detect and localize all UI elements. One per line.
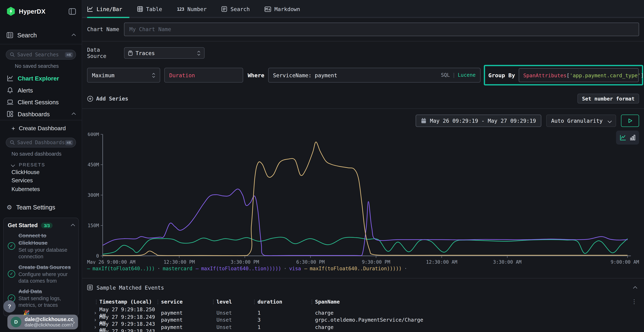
- data-source-select[interactable]: Traces: [124, 47, 204, 59]
- get-started-list: ✓ Connect to ClickHouse Set up your data…: [8, 232, 74, 308]
- column-header[interactable]: service: [161, 298, 216, 304]
- table-options-icon[interactable]: ⋮: [629, 298, 639, 305]
- preset-item[interactable]: Kubernetes: [0, 185, 82, 193]
- get-started-item[interactable]: ✓ Create Data Sources Configure where yo…: [8, 263, 74, 284]
- tab-search[interactable]: Search: [222, 6, 250, 12]
- tab-markdown[interactable]: Markdown: [264, 6, 300, 12]
- field-input[interactable]: Duration: [164, 68, 243, 83]
- get-started-panel: Get Started 3/3 ✓ Connect to ClickHouse …: [3, 218, 79, 316]
- run-query-button[interactable]: [621, 115, 639, 127]
- group-by-input[interactable]: SpanAttributes['app.payment.card_type']: [519, 68, 639, 82]
- list-icon: [87, 284, 93, 290]
- tab-track: [82, 17, 644, 18]
- plus-circle-icon: [87, 96, 93, 102]
- column-header[interactable]: level: [216, 298, 258, 304]
- user-email: dale@clickhouse.com: [25, 316, 73, 322]
- data-source-row: Data Source Traces: [87, 47, 639, 59]
- saved-searches-placeholder: Saved Searches: [17, 52, 59, 58]
- row-expand-icon[interactable]: ›: [87, 310, 100, 316]
- presets-label: PRESETS: [19, 162, 45, 167]
- column-header[interactable]: Timestamp (Local): [100, 298, 161, 304]
- events-table-body: › May 27 9:29:18.250 AM payment Unset 1 …: [87, 306, 639, 332]
- avatar: D: [11, 316, 22, 327]
- cell-duration: 1: [258, 324, 315, 330]
- sidebar-item-client-sessions[interactable]: Client Sessions: [0, 96, 82, 108]
- data-source-value: Traces: [136, 50, 155, 56]
- chart-name-input[interactable]: [124, 22, 639, 36]
- line-chart-type-icon[interactable]: [620, 134, 626, 140]
- saved-searches-input[interactable]: Saved Searches ⌘K: [6, 50, 76, 60]
- user-menu[interactable]: D dale@clickhouse.com dale@clickhouse.co…: [7, 315, 78, 330]
- sidebar-item-alerts[interactable]: Alerts: [0, 84, 82, 96]
- tab-table[interactable]: Table: [137, 6, 162, 12]
- help-button[interactable]: ?: [3, 300, 16, 312]
- get-started-item[interactable]: ✓ Add Data Start sending logs, metrics, …: [8, 288, 74, 308]
- row-expand-icon[interactable]: ›: [87, 324, 100, 330]
- legend-item[interactable]: — maxIf(toFloat640..))) · mastercard: [87, 266, 192, 271]
- column-header[interactable]: duration: [258, 298, 315, 304]
- main-content: Line/Bar Table 123 Number Search Markdow…: [82, 0, 644, 332]
- cell-service: payment: [161, 331, 216, 332]
- get-started-title: Get Started: [8, 222, 38, 228]
- aggregation-select[interactable]: Maximum: [87, 68, 160, 83]
- tab-line-bar[interactable]: Line/Bar: [87, 6, 122, 12]
- progress-badge: 3/3: [41, 222, 53, 228]
- sidebar-item-dashboards[interactable]: Dashboards: [0, 108, 82, 120]
- legend-item[interactable]: — maxIf(toFloat640..Duration))))) ·: [304, 266, 410, 271]
- svg-text:12:30:00 PM: 12:30:00 PM: [164, 259, 195, 264]
- get-started-header[interactable]: Get Started 3/3: [8, 222, 74, 228]
- create-dashboard-button[interactable]: + Create Dashboard: [0, 124, 82, 132]
- set-number-format-button[interactable]: Set number format: [578, 94, 639, 104]
- saved-dashboards-input[interactable]: Saved Dashboards ⌘K: [6, 138, 76, 148]
- divider: [82, 278, 644, 278]
- play-icon: [628, 118, 632, 123]
- field-value: Duration: [169, 72, 195, 78]
- granularity-select[interactable]: Auto Granularity: [546, 115, 616, 127]
- chevron-down-icon: [608, 119, 612, 123]
- updown-chevrons-icon: [197, 50, 200, 56]
- check-icon: ✓: [8, 242, 15, 249]
- preset-item[interactable]: ClickHouse: [0, 168, 82, 176]
- where-input[interactable]: [273, 72, 441, 78]
- presets-toggle[interactable]: PRESETS: [0, 161, 82, 168]
- number-123-icon: 123: [177, 6, 184, 12]
- legend-expression: maxIf(toFloat640..))): [92, 266, 155, 271]
- events-table-header: Timestamp (Local) service level duration…: [87, 298, 639, 305]
- add-series-button[interactable]: Add Series: [87, 96, 128, 102]
- table-row[interactable]: › May 27 9:29:18.250 AM payment Unset 1 …: [87, 306, 639, 314]
- sidebar-item-team-settings[interactable]: ⚙ Team Settings: [0, 202, 82, 212]
- saved-dashboards-placeholder: Saved Dashboards: [17, 140, 64, 146]
- legend-expression: maxIf(toFloat640..Duration))))): [310, 266, 402, 271]
- chevron-up-icon: [72, 112, 76, 117]
- nav-label: Dashboards: [18, 111, 50, 117]
- cell-service: payment: [161, 316, 216, 323]
- date-range-picker[interactable]: May 26 09:29:19 - May 27 09:29:19: [416, 115, 541, 127]
- sidebar-collapse-button[interactable]: [68, 8, 76, 15]
- lucene-mode-button[interactable]: Lucene: [458, 72, 476, 78]
- preset-item[interactable]: Services: [0, 176, 82, 185]
- sql-mode-button[interactable]: SQL: [441, 72, 450, 78]
- row-expand-icon[interactable]: ›: [87, 316, 100, 323]
- cell-spanname: charge: [315, 324, 629, 330]
- brand-row: HyperDX: [0, 0, 82, 16]
- sidebar-item-search[interactable]: Search: [0, 30, 82, 40]
- cell-timestamp: May 27 9:29:18.243 AM: [100, 328, 161, 332]
- cell-spanname: charge: [315, 310, 629, 316]
- time-series-chart[interactable]: 0150M300M450M600MMay 26 9:00:00 AM12:30:…: [87, 133, 639, 264]
- markdown-icon: [264, 6, 271, 12]
- tab-label: Search: [230, 6, 250, 12]
- group-by-fn: SpanAttributes: [523, 72, 566, 78]
- column-header[interactable]: SpanName: [315, 298, 629, 304]
- svg-text:12:30:00 AM: 12:30:00 AM: [426, 259, 458, 264]
- legend-item[interactable]: — maxIf(toFloat640..tion))))) · visa: [196, 266, 301, 271]
- sample-events-header[interactable]: Sample Matched Events: [87, 283, 639, 292]
- get-started-item-desc: Set up your database connection: [18, 247, 74, 260]
- get-started-item[interactable]: ✓ Connect to ClickHouse Set up your data…: [8, 232, 74, 260]
- get-started-item-title: Connect to ClickHouse: [18, 232, 48, 246]
- sidebar-item-chart-explorer[interactable]: Chart Explorer: [0, 72, 82, 84]
- add-series-label: Add Series: [96, 96, 128, 102]
- tab-number[interactable]: 123 Number: [177, 6, 206, 12]
- row-expand-icon[interactable]: ›: [87, 331, 100, 332]
- bar-chart-type-icon[interactable]: [630, 135, 636, 140]
- svg-text:150M: 150M: [88, 223, 99, 228]
